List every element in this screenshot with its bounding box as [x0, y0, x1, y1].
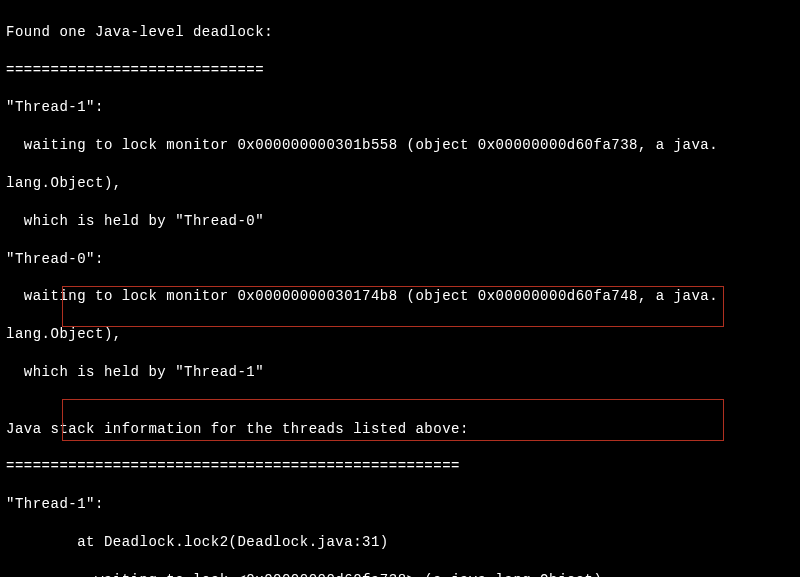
- output-line: =============================: [6, 61, 794, 80]
- output-line: lang.Object),: [6, 325, 794, 344]
- output-line: which is held by "Thread-0": [6, 212, 794, 231]
- output-line: - waiting to lock <0x00000000d60fa738> (…: [6, 571, 794, 577]
- output-line: lang.Object),: [6, 174, 794, 193]
- output-line: Java stack information for the threads l…: [6, 420, 794, 439]
- output-line: "Thread-1":: [6, 495, 794, 514]
- terminal-output: Found one Java-level deadlock: =========…: [0, 0, 800, 577]
- output-line: which is held by "Thread-1": [6, 363, 794, 382]
- output-line: waiting to lock monitor 0x00000000030174…: [6, 287, 794, 306]
- output-line: waiting to lock monitor 0x000000000301b5…: [6, 136, 794, 155]
- output-line: Found one Java-level deadlock:: [6, 23, 794, 42]
- output-line: at Deadlock.lock2(Deadlock.java:31): [6, 533, 794, 552]
- output-line: "Thread-0":: [6, 250, 794, 269]
- output-line: ========================================…: [6, 457, 794, 476]
- output-line: "Thread-1":: [6, 98, 794, 117]
